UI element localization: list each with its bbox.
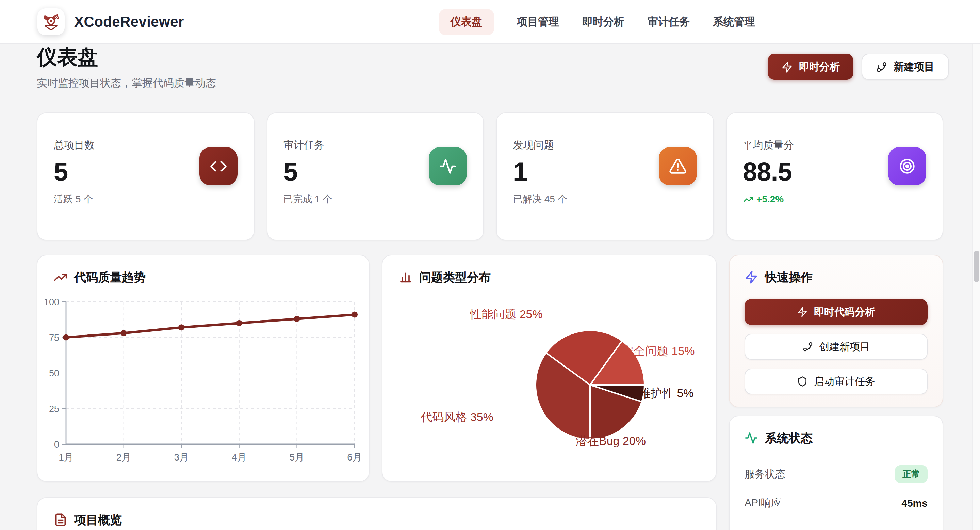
status-row-service: 服务状态 正常: [745, 465, 928, 483]
svg-text:性能问题 25%: 性能问题 25%: [469, 308, 543, 321]
card-title: 代码质量趋势: [74, 269, 146, 286]
new-project-button[interactable]: 新建项目: [862, 54, 949, 80]
brand-name: XCodeReviewer: [74, 14, 184, 30]
stat-card-issues-found: 发现问题 1 已解决 45 个: [496, 112, 714, 241]
shield-icon: [797, 376, 808, 387]
system-status-card: 系统状态 服务状态 正常 API响应 45ms: [729, 415, 943, 530]
page-title: 仪表盘: [37, 44, 98, 72]
svg-text:1月: 1月: [59, 452, 73, 463]
stats-row: 总项目数 5 活跃 5 个 审计任务 5 已完成 1 个 发现问题 1 已解决 …: [37, 112, 943, 241]
stat-sub: 活跃 5 个: [54, 193, 237, 206]
issue-distribution-pie-chart: 安全问题 15%性能问题 25%代码风格 35%潜在Bug 20%可维护性 5%: [382, 255, 717, 482]
create-project-button[interactable]: 创建新项目: [745, 334, 928, 360]
instant-analysis-button[interactable]: 即时分析: [768, 54, 853, 80]
quality-trend-card: 代码质量趋势 1月2月3月4月5月6月0255075100: [37, 255, 369, 482]
nav-item-projects[interactable]: 项目管理: [517, 14, 559, 29]
stat-sub: 已完成 1 个: [283, 193, 467, 206]
stat-trend: +5.2%: [743, 193, 926, 204]
svg-text:可维护性 5%: 可维护性 5%: [627, 386, 694, 399]
zap-icon: [797, 307, 808, 318]
svg-text:25: 25: [49, 404, 59, 414]
charts-row: 代码质量趋势 1月2月3月4月5月6月0255075100 问题类型分布 安全问…: [37, 255, 943, 530]
trending-up-icon: [54, 270, 67, 284]
main-nav: 仪表盘 项目管理 即时分析 审计任务 系统管理: [439, 0, 755, 44]
page-scrollbar[interactable]: [972, 0, 980, 530]
instant-code-analysis-button[interactable]: 即时代码分析: [745, 299, 928, 325]
zap-icon: [781, 61, 793, 73]
project-overview-header: 项目概览: [54, 512, 700, 528]
file-text-icon: [54, 513, 67, 527]
svg-text:5月: 5月: [290, 452, 305, 463]
nav-item-instant-analysis[interactable]: 即时分析: [582, 14, 624, 29]
svg-text:6月: 6月: [347, 452, 362, 463]
stat-sub: 已解决 45 个: [513, 193, 697, 206]
issue-distribution-header: 问题类型分布: [382, 255, 716, 286]
quality-trend-header: 代码质量趋势: [37, 255, 369, 286]
svg-text:安全问题 15%: 安全问题 15%: [622, 344, 695, 357]
right-column: 快速操作 即时代码分析 创建新项目: [729, 255, 943, 530]
svg-text:代码风格 35%: 代码风格 35%: [421, 410, 494, 423]
status-badge: 正常: [895, 465, 928, 483]
brand[interactable]: XCodeReviewer: [37, 8, 184, 35]
svg-text:4月: 4月: [232, 452, 247, 463]
trending-up-icon: [743, 194, 753, 204]
issue-distribution-card: 问题类型分布 安全问题 15%性能问题 25%代码风格 35%潜在Bug 20%…: [382, 255, 717, 482]
project-overview-card: 项目概览: [37, 497, 717, 530]
card-title: 快速操作: [765, 269, 813, 286]
bar-chart-icon: [399, 270, 412, 284]
card-title: 项目概览: [74, 512, 122, 528]
system-status-header: 系统状态: [745, 430, 928, 446]
start-audit-button[interactable]: 启动审计任务: [745, 369, 928, 394]
card-title: 系统状态: [765, 430, 813, 446]
stat-card-avg-quality: 平均质量分 88.5 +5.2%: [726, 112, 943, 241]
svg-text:3月: 3月: [174, 452, 189, 463]
alert-triangle-icon: [659, 147, 697, 185]
svg-text:0: 0: [54, 439, 59, 450]
stat-card-total-projects: 总项目数 5 活跃 5 个: [37, 112, 254, 241]
status-rows: 服务状态 正常 API响应 45ms: [745, 465, 928, 509]
code-icon: [199, 147, 237, 185]
app-logo-icon: [37, 8, 65, 35]
svg-text:100: 100: [44, 297, 59, 307]
quality-trend-line-chart: 1月2月3月4月5月6月0255075100: [37, 296, 369, 473]
activity-icon: [429, 147, 467, 185]
quick-actions-card: 快速操作 即时代码分析 创建新项目: [729, 255, 943, 407]
quick-actions-header: 快速操作: [745, 269, 928, 286]
top-navbar: XCodeReviewer 仪表盘 项目管理 即时分析 审计任务 系统管理: [0, 0, 980, 44]
svg-text:75: 75: [49, 333, 59, 343]
svg-text:50: 50: [49, 368, 59, 378]
target-icon: [888, 147, 926, 185]
dashboard-page: XCodeReviewer 仪表盘 项目管理 即时分析 审计任务 系统管理 仪表…: [0, 0, 980, 530]
zap-icon: [745, 270, 758, 284]
activity-icon: [745, 431, 758, 445]
quick-action-buttons: 即时代码分析 创建新项目 启动审计任务: [745, 299, 928, 394]
git-branch-icon: [876, 61, 888, 73]
page-subtitle: 实时监控项目状态，掌握代码质量动态: [37, 76, 216, 91]
card-title: 问题类型分布: [419, 269, 491, 286]
header-actions: 即时分析 新建项目: [768, 54, 949, 80]
nav-item-system-admin[interactable]: 系统管理: [713, 14, 755, 29]
nav-item-audit-tasks[interactable]: 审计任务: [648, 14, 690, 29]
nav-item-dashboard[interactable]: 仪表盘: [439, 8, 494, 35]
scrollbar-thumb[interactable]: [974, 251, 979, 282]
svg-text:2月: 2月: [116, 452, 131, 463]
stat-card-audit-tasks: 审计任务 5 已完成 1 个: [266, 112, 484, 241]
svg-text:潜在Bug 20%: 潜在Bug 20%: [576, 434, 646, 447]
status-row-api: API响应 45ms: [745, 496, 928, 509]
git-branch-icon: [802, 341, 813, 352]
